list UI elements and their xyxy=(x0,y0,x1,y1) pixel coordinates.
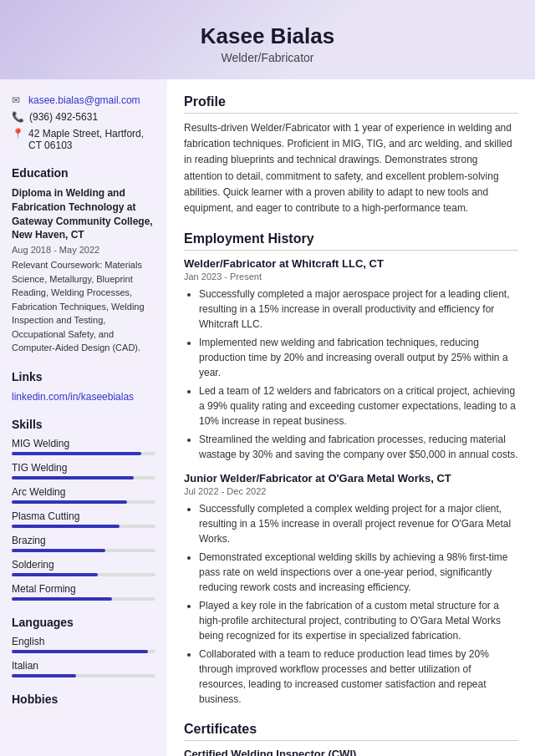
job-bullet: Implemented new welding and fabrication … xyxy=(199,335,518,380)
email-icon: ✉ xyxy=(12,94,23,106)
phone-item: 📞 (936) 492-5631 xyxy=(12,111,155,123)
skill-bar-bg xyxy=(12,573,155,576)
skill-bar-bg xyxy=(12,452,155,455)
language-bar-fill xyxy=(12,674,76,677)
profile-section: Profile Results-driven Welder/Fabricator… xyxy=(184,94,518,216)
skill-name: Metal Forming xyxy=(12,583,155,595)
candidate-title: Welder/Fabricator xyxy=(17,51,518,64)
skill-bar-bg xyxy=(12,525,155,528)
language-bar-fill xyxy=(12,650,148,653)
address-text: 42 Maple Street, Hartford, CT 06103 xyxy=(28,128,155,151)
job-bullet: Successfully completed a major aerospace… xyxy=(199,287,518,332)
job-bullets: Successfully completed a major aerospace… xyxy=(184,287,518,462)
skill-name: Soldering xyxy=(12,559,155,571)
cert-name: Certified Welding Inspector (CWI) xyxy=(184,748,518,756)
candidate-name: Kasee Bialas xyxy=(17,23,518,49)
skills-section: Skills MIG Welding TIG Welding Arc Weldi… xyxy=(12,418,155,601)
skill-name: Brazing xyxy=(12,535,155,546)
job-bullet: Played a key role in the fabrication of … xyxy=(199,598,518,643)
address-item: 📍 42 Maple Street, Hartford, CT 06103 xyxy=(12,128,155,151)
resume-header: Kasee Bialas Welder/Fabricator xyxy=(0,0,535,79)
skill-bar-bg xyxy=(12,500,155,504)
links-section: Links linkedin.com/in/kaseebialas xyxy=(12,370,155,403)
language-name: English xyxy=(12,636,155,647)
language-item: English xyxy=(12,636,155,653)
skill-bar-fill xyxy=(12,500,127,504)
hobbies-title: Hobbies xyxy=(12,693,155,706)
employment-title: Employment History xyxy=(184,231,518,251)
skill-item: Brazing xyxy=(12,535,155,552)
email-item: ✉ kasee.bialas@gmail.com xyxy=(12,94,155,106)
skill-bar-fill xyxy=(12,573,98,576)
education-section: Education Diploma in Welding and Fabrica… xyxy=(12,166,155,355)
skills-list: MIG Welding TIG Welding Arc Welding Plas… xyxy=(12,438,155,601)
phone-text: (936) 492-5631 xyxy=(29,111,98,123)
skill-bar-fill xyxy=(12,452,141,455)
languages-section: Languages English Italian xyxy=(12,616,155,677)
job-bullet: Streamlined the welding and fabrication … xyxy=(199,432,518,462)
job-title: Junior Welder/Fabricator at O'Gara Metal… xyxy=(184,472,518,485)
profile-title: Profile xyxy=(184,94,518,114)
skill-item: Soldering xyxy=(12,559,155,576)
job-date: Jan 2023 - Present xyxy=(184,271,518,282)
language-bar-bg xyxy=(12,650,155,653)
skill-item: Plasma Cutting xyxy=(12,510,155,528)
job-bullet: Demonstrated exceptional welding skills … xyxy=(199,550,518,595)
skill-item: Metal Forming xyxy=(12,583,155,601)
sidebar: ✉ kasee.bialas@gmail.com 📞 (936) 492-563… xyxy=(0,79,167,756)
skill-name: TIG Welding xyxy=(12,462,155,474)
linkedin-item[interactable]: linkedin.com/in/kaseebialas xyxy=(12,390,155,403)
skill-bar-bg xyxy=(12,476,155,479)
edu-degree: Diploma in Welding and Fabrication Techn… xyxy=(12,186,155,242)
certs-list: Certified Welding Inspector (CWI) Mar 20… xyxy=(184,748,518,756)
edu-coursework: Relevant Coursework: Materials Science, … xyxy=(12,258,155,355)
language-name: Italian xyxy=(12,660,155,672)
skill-item: TIG Welding xyxy=(12,462,155,479)
language-item: Italian xyxy=(12,660,155,677)
skill-bar-fill xyxy=(12,525,120,528)
location-icon: 📍 xyxy=(12,128,23,140)
certificate-item: Certified Welding Inspector (CWI) Mar 20… xyxy=(184,748,518,756)
skill-bar-bg xyxy=(12,549,155,552)
email-link[interactable]: kasee.bialas@gmail.com xyxy=(28,94,140,106)
job-date: Jul 2022 - Dec 2022 xyxy=(184,486,518,496)
skill-bar-fill xyxy=(12,476,134,479)
skill-item: MIG Welding xyxy=(12,438,155,455)
job-bullet: Collaborated with a team to reduce produ… xyxy=(199,647,518,707)
language-bar-bg xyxy=(12,674,155,677)
contact-section: ✉ kasee.bialas@gmail.com 📞 (936) 492-563… xyxy=(12,94,155,151)
skill-bar-fill xyxy=(12,597,112,601)
jobs-list: Welder/Fabricator at Whitcraft LLC, CT J… xyxy=(184,257,518,707)
skill-bar-bg xyxy=(12,597,155,601)
resume-body: ✉ kasee.bialas@gmail.com 📞 (936) 492-563… xyxy=(0,79,535,756)
certificates-title: Certificates xyxy=(184,722,518,741)
skill-bar-fill xyxy=(12,549,105,552)
job-bullets: Successfully completed a complex welding… xyxy=(184,501,518,707)
job-bullet: Led a team of 12 welders and fabricators… xyxy=(199,383,518,429)
main-content: Profile Results-driven Welder/Fabricator… xyxy=(167,79,535,756)
hobbies-section: Hobbies xyxy=(12,693,155,706)
profile-text: Results-driven Welder/Fabricator with 1 … xyxy=(184,120,518,216)
job-bullet: Successfully completed a complex welding… xyxy=(199,501,518,546)
employment-section: Employment History Welder/Fabricator at … xyxy=(184,231,518,707)
job-item: Junior Welder/Fabricator at O'Gara Metal… xyxy=(184,472,518,707)
certificates-section: Certificates Certified Welding Inspector… xyxy=(184,722,518,756)
education-title: Education xyxy=(12,166,155,180)
job-title: Welder/Fabricator at Whitcraft LLC, CT xyxy=(184,257,518,270)
skills-title: Skills xyxy=(12,418,155,431)
skill-name: Plasma Cutting xyxy=(12,510,155,522)
edu-date: Aug 2018 - May 2022 xyxy=(12,245,155,255)
languages-list: English Italian xyxy=(12,636,155,677)
skill-name: MIG Welding xyxy=(12,438,155,449)
job-item: Welder/Fabricator at Whitcraft LLC, CT J… xyxy=(184,257,518,462)
languages-title: Languages xyxy=(12,616,155,629)
phone-icon: 📞 xyxy=(12,111,24,123)
links-title: Links xyxy=(12,370,155,383)
skill-name: Arc Welding xyxy=(12,486,155,498)
linkedin-link[interactable]: linkedin.com/in/kaseebialas xyxy=(12,391,134,403)
skill-item: Arc Welding xyxy=(12,486,155,504)
